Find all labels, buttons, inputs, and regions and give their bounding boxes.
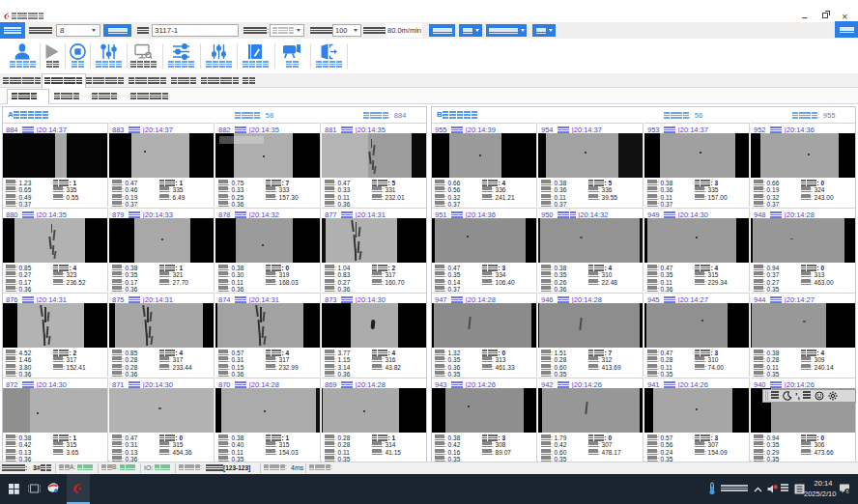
svg-text:6: 6	[845, 489, 848, 494]
